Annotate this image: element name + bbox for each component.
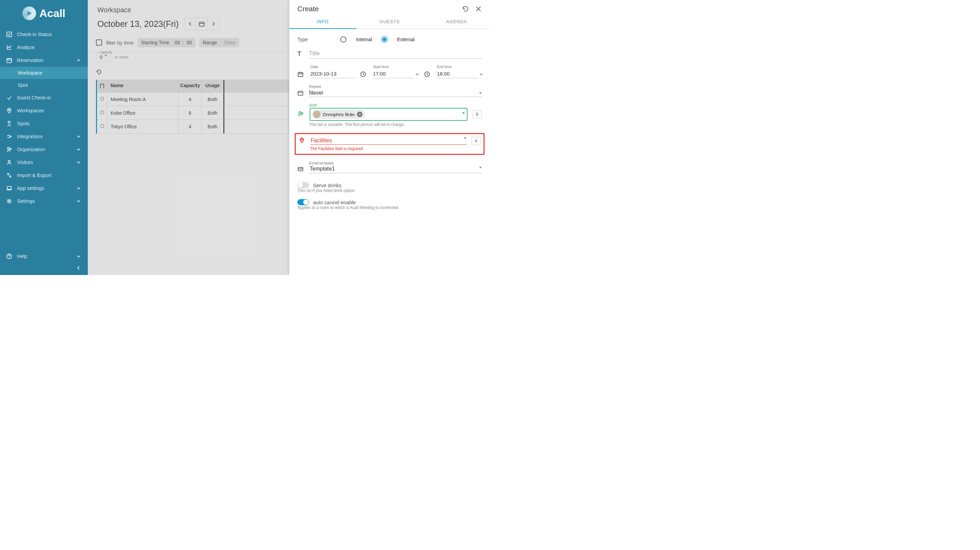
email-template-value[interactable]: Template1 — [310, 166, 479, 172]
dropdown-icon[interactable] — [480, 74, 482, 76]
nav-import-export[interactable]: Import & Export — [0, 169, 88, 182]
clock-icon — [360, 71, 368, 78]
nav-app-settings[interactable]: App settings — [0, 182, 88, 194]
link-icon — [6, 134, 12, 140]
chevron-down-icon — [76, 159, 82, 166]
checkbox-icon — [6, 31, 12, 37]
close-icon[interactable] — [475, 5, 482, 12]
nav-label: Reservation — [17, 57, 43, 63]
nav-spots[interactable]: Spots — [0, 117, 88, 130]
logo: Acall — [0, 0, 88, 27]
svg-rect-0 — [7, 32, 11, 37]
nav-label: Analyze — [17, 45, 35, 50]
nav-label: Spot — [18, 82, 28, 88]
help-icon — [6, 253, 12, 259]
calendar-icon — [6, 57, 12, 63]
repeat-icon — [298, 90, 305, 97]
serve-drinks-toggle[interactable] — [298, 182, 309, 188]
chevron-up-icon — [76, 57, 82, 63]
nav-help[interactable]: Help — [0, 250, 88, 263]
svg-point-17 — [299, 112, 301, 114]
nav-integrations[interactable]: Integrations — [0, 130, 88, 143]
radio-external[interactable] — [382, 37, 388, 43]
calendar-icon — [298, 71, 305, 78]
facilities-placeholder: Facilities — [311, 137, 332, 143]
facilities-count[interactable]: 4 — [471, 137, 481, 145]
chevron-down-icon — [76, 253, 82, 259]
dropdown-icon[interactable] — [416, 74, 418, 76]
repeat-field: Repeat Never — [298, 84, 482, 97]
facilities-error: The Facilities field is required — [310, 146, 481, 151]
staff-input[interactable]: Onnophris Brân ✕ — [310, 108, 468, 121]
nav-workspaces[interactable]: Workspaces — [0, 104, 88, 117]
nav-analyze[interactable]: Analyze — [0, 41, 88, 54]
collapse-sidebar-icon[interactable] — [76, 265, 82, 271]
dropdown-icon[interactable] — [479, 167, 482, 169]
serve-drinks-label: Serve drinks — [313, 182, 341, 188]
auto-cancel-toggle[interactable] — [298, 199, 309, 205]
reload-icon[interactable] — [462, 5, 469, 12]
pin-icon — [6, 108, 12, 114]
radio-internal[interactable] — [340, 37, 347, 43]
title-input[interactable] — [309, 49, 482, 59]
email-template-field: Email template Template1 — [298, 161, 482, 173]
date-label: Date — [310, 65, 355, 69]
svg-point-19 — [301, 139, 302, 140]
end-time-input[interactable] — [437, 69, 478, 78]
tab-info[interactable]: INFO — [289, 15, 356, 29]
nav-visitors[interactable]: Visitors — [0, 156, 88, 169]
repeat-label: Repeat — [309, 84, 479, 88]
nav-label: Visitors — [17, 159, 33, 165]
nav-label: Workspace — [18, 70, 42, 76]
nav-label: Guest Check-in — [17, 95, 51, 100]
dropdown-icon[interactable] — [479, 92, 482, 94]
svg-rect-13 — [298, 72, 303, 77]
staff-count[interactable]: 8 — [472, 110, 482, 118]
panel-tabs: INFO GUESTS AGENDA — [289, 15, 490, 29]
facilities-input[interactable]: Facilities — [311, 137, 466, 145]
nav-reservation[interactable]: Reservation — [0, 54, 88, 67]
nav-spot[interactable]: Spot — [0, 79, 88, 91]
svg-point-3 — [8, 121, 10, 123]
svg-rect-1 — [7, 59, 11, 63]
location-icon — [298, 137, 306, 145]
dropdown-icon[interactable] — [464, 137, 466, 139]
remove-chip-icon[interactable]: ✕ — [357, 112, 363, 117]
title-icon: T — [298, 50, 305, 59]
serve-drinks-hint: Turn on if you need drink option — [298, 188, 482, 193]
date-input[interactable] — [310, 69, 355, 78]
nav-guest-checkin[interactable]: Guest Check-in — [0, 91, 88, 104]
nav-workspace[interactable]: Workspace — [0, 67, 88, 79]
gear-icon — [6, 198, 12, 204]
chevron-down-icon — [76, 198, 82, 204]
svg-point-5 — [10, 148, 11, 150]
tab-agenda[interactable]: AGENDA — [423, 15, 490, 29]
start-time-input[interactable] — [373, 69, 414, 78]
users-icon — [6, 146, 12, 153]
staff-chip[interactable]: Onnophris Brân ✕ — [312, 110, 365, 119]
email-label: Email template — [309, 161, 482, 165]
chevron-down-icon — [76, 185, 82, 191]
transfer-icon — [6, 172, 12, 179]
nav-label: Help — [17, 253, 27, 259]
nav-checkin[interactable]: Check-in Status — [0, 28, 88, 41]
panel-body: Type Internal External T Date — [289, 29, 490, 218]
staff-label: Staff — [309, 103, 482, 107]
nav-organization[interactable]: Organization — [0, 143, 88, 156]
nav-label: Workspaces — [17, 108, 44, 113]
nav-settings[interactable]: Settings — [0, 194, 88, 207]
auto-cancel-hint: Applies to a room to which a Acall Meeti… — [298, 205, 482, 210]
serve-drinks-row: Serve drinks Turn on if you need drink o… — [298, 182, 482, 193]
type-row: Type Internal External — [298, 37, 482, 43]
title-field: T — [298, 49, 482, 59]
repeat-value[interactable]: Never — [309, 89, 479, 97]
tab-guests[interactable]: GUESTS — [356, 15, 423, 29]
chip-label: Onnophris Brân — [323, 112, 355, 117]
nav-label: App settings — [17, 185, 44, 191]
dropdown-icon[interactable] — [462, 112, 465, 114]
target-icon — [6, 121, 12, 127]
svg-point-2 — [8, 109, 10, 111]
nav-label: Import & Export — [17, 172, 51, 178]
logo-mark-icon — [22, 6, 36, 20]
svg-rect-16 — [298, 91, 303, 95]
